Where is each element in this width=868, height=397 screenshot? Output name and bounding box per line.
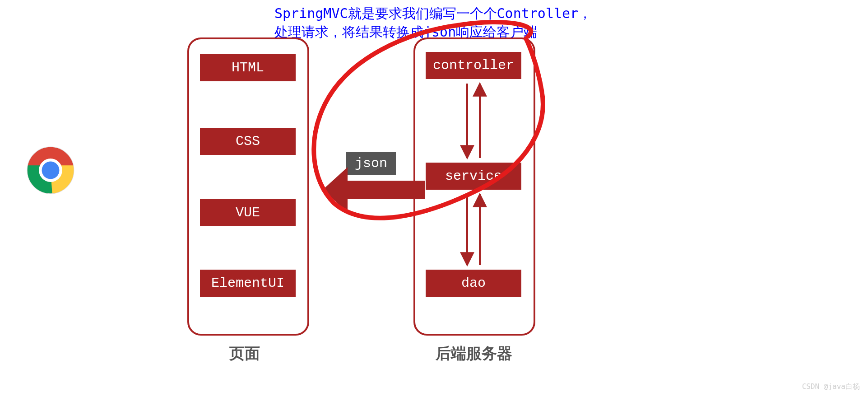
backend-layer-label: dao: [461, 276, 486, 291]
frontend-item-elementui: ElementUI: [200, 270, 296, 297]
annotation-text: SpringMVC就是要求我们编写一个个Controller， 处理请求，将结果…: [274, 5, 592, 41]
svg-point-4: [42, 162, 60, 179]
watermark: CSDN @java白杨: [802, 382, 860, 392]
frontend-item-label: VUE: [236, 205, 260, 220]
backend-layer-label: controller: [433, 58, 514, 73]
frontend-item-vue: VUE: [200, 199, 296, 226]
frontend-item-html: HTML: [200, 54, 296, 81]
frontend-item-label: ElementUI: [211, 276, 284, 291]
chrome-icon: [26, 146, 75, 195]
frontend-item-label: CSS: [236, 134, 260, 149]
frontend-item-label: HTML: [232, 60, 264, 75]
backend-layer-dao: dao: [426, 270, 521, 297]
backend-layer-controller: controller: [426, 52, 521, 79]
backend-layer-label: service: [445, 168, 502, 184]
frontend-item-css: CSS: [200, 128, 296, 155]
frontend-caption: 页面: [229, 343, 260, 364]
json-label-box: json: [346, 152, 396, 175]
annotation-line-1: SpringMVC就是要求我们编写一个个Controller，: [274, 5, 592, 21]
backend-caption: 后端服务器: [436, 343, 512, 364]
backend-layer-service: service: [426, 163, 521, 190]
json-label: json: [355, 156, 387, 171]
